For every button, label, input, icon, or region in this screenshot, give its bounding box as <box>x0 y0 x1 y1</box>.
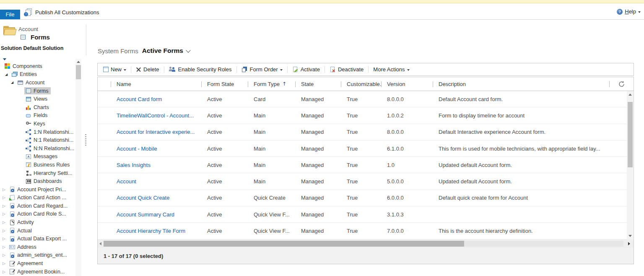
tree-item-actual-data-export[interactable]: ▷Actual Data Export ... <box>0 234 75 243</box>
expand-arrow-icon[interactable]: ◢ <box>5 73 10 76</box>
form-link[interactable]: Account - Mobile <box>117 146 157 152</box>
activate-button[interactable]: Activate <box>288 63 324 76</box>
publish-all-customizations-button[interactable]: ↑ Publish All Customizations <box>24 7 99 18</box>
table-row[interactable]: Account Summary Card Active Quick View F… <box>98 206 627 223</box>
tree-item-components[interactable]: Components <box>0 62 75 70</box>
more-actions-button[interactable]: More Actions <box>369 63 413 76</box>
tree-item-agreement[interactable]: ▷Agreement <box>0 259 75 268</box>
chevron-down-icon[interactable] <box>186 48 190 52</box>
table-row[interactable]: Sales Insights Active Main Managed True … <box>98 157 627 173</box>
vertical-scrollbar-thumb[interactable] <box>628 102 633 167</box>
tree-item-fields[interactable]: Fields <box>0 112 75 120</box>
delete-x-icon <box>136 67 141 72</box>
view-selector[interactable]: Active Forms <box>142 47 183 55</box>
tree-item-actual[interactable]: ▷Actual <box>0 227 75 235</box>
tree-item-hierarchy-settings[interactable]: Hierarchy Setti... <box>0 169 75 177</box>
tree-item-account[interactable]: ◢Account <box>0 78 75 87</box>
help-menu[interactable]: ? Help <box>617 8 641 15</box>
collapse-arrow-icon[interactable]: ▷ <box>3 204 8 208</box>
tree-item-views[interactable]: Views <box>0 95 75 103</box>
table-row[interactable]: TimelineWallControl - Account... Active … <box>98 107 627 124</box>
collapse-arrow-icon[interactable]: ▷ <box>3 261 8 266</box>
expand-arrow-icon[interactable]: ◢ <box>11 81 16 84</box>
tree-item-action-card-regard[interactable]: ▷Action Card Regard... <box>0 202 75 210</box>
table-row[interactable]: Account for Interactive experie... Activ… <box>98 124 627 141</box>
collapse-arrow-icon[interactable]: ▷ <box>3 229 8 233</box>
collapse-arrow-icon[interactable]: ▷ <box>3 220 8 224</box>
collapse-arrow-icon[interactable]: ▷ <box>3 187 8 192</box>
cell-form-type: Quick Create <box>248 195 295 201</box>
form-link[interactable]: Account <box>117 178 136 185</box>
column-header-customizable[interactable]: Customizable... <box>341 81 381 87</box>
refresh-button[interactable] <box>609 77 634 91</box>
collapse-arrow-icon[interactable]: ▷ <box>3 270 8 274</box>
column-header-state[interactable]: State <box>295 81 341 87</box>
grid-horizontal-scrollbar[interactable] <box>98 240 634 248</box>
table-row[interactable]: Account Hierarchy Tile Form Active Quick… <box>98 223 627 239</box>
chevron-down-icon <box>280 69 283 71</box>
scroll-up-arrow-icon[interactable] <box>628 94 632 96</box>
form-link[interactable]: Account for Interactive experie... <box>117 129 195 135</box>
tree-item-n1-relationships[interactable]: N:1 Relationshi... <box>0 136 75 144</box>
panel-splitter-grip[interactable] <box>85 134 86 146</box>
collapse-arrow-icon[interactable]: ▷ <box>3 237 8 241</box>
column-header-version[interactable]: Version <box>381 81 433 87</box>
scroll-up-arrow-icon[interactable] <box>77 61 80 63</box>
tree-item-forms[interactable]: Forms <box>0 87 75 95</box>
form-link[interactable]: Account Summary Card <box>117 211 174 218</box>
grid-vertical-scrollbar[interactable] <box>627 91 633 240</box>
column-header-form-state[interactable]: Form State <box>201 81 248 87</box>
form-order-button[interactable]: Form Order <box>238 63 286 76</box>
tree-item-action-card-role[interactable]: ▷Action Card Role S... <box>0 210 75 219</box>
new-button[interactable]: New <box>99 63 130 76</box>
tree-item-entities[interactable]: ◢Entities <box>0 70 75 79</box>
cell-form-type: Main <box>248 112 295 119</box>
form-link[interactable]: TimelineWallControl - Account... <box>117 112 194 119</box>
file-tab[interactable]: File <box>0 10 20 19</box>
tree-item-activity[interactable]: ▷Activity <box>0 218 75 227</box>
column-header-name[interactable]: Name <box>111 81 201 87</box>
collapse-arrow-icon[interactable]: ▷ <box>3 195 8 200</box>
horizontal-scrollbar-track[interactable] <box>464 241 623 247</box>
table-row[interactable]: Account Active Main Managed True 5.0.0.0… <box>98 173 627 190</box>
form-link[interactable]: Sales Insights <box>117 162 151 168</box>
tree-item-keys[interactable]: Keys <box>0 120 75 128</box>
table-row[interactable]: Account Quick Create Active Quick Create… <box>98 190 627 206</box>
deactivate-button[interactable]: Deactivate <box>326 63 367 76</box>
enable-security-roles-button[interactable]: Enable Security Roles <box>165 63 236 76</box>
cell-form-state: Active <box>201 228 248 234</box>
form-link[interactable]: Account Card form <box>117 96 162 102</box>
tree-item-nn-relationships[interactable]: N:N Relationshi... <box>0 144 75 153</box>
tree-item-action-card-action[interactable]: ▷Action Card Action ... <box>0 194 75 202</box>
collapse-arrow-icon[interactable]: ▷ <box>3 253 8 257</box>
solution-dropdown-icon[interactable] <box>3 58 6 60</box>
table-row[interactable]: Account Card form Active Card Managed Tr… <box>98 91 627 107</box>
column-header-form-type[interactable]: Form Type↑ <box>248 81 295 87</box>
scroll-down-arrow-icon[interactable] <box>628 235 632 237</box>
toolbar-separator <box>236 66 237 73</box>
collapse-arrow-icon[interactable]: ▷ <box>3 245 8 249</box>
scroll-right-arrow-icon[interactable] <box>628 242 630 245</box>
tree-item-admin-settings[interactable]: ▷admin_settings_ent... <box>0 251 75 260</box>
tree-item-1n-relationships[interactable]: 1:N Relationshi... <box>0 128 75 136</box>
column-header-description[interactable]: Description <box>433 81 610 87</box>
tree-item-messages[interactable]: Messages <box>0 153 75 161</box>
tree-item-charts[interactable]: Charts <box>0 103 75 112</box>
tree-scrollbar[interactable] <box>75 59 81 276</box>
delete-button[interactable]: Delete <box>132 63 163 76</box>
tree-item-account-project-pri[interactable]: ▷Account Project Pri... <box>0 185 75 194</box>
collapse-arrow-icon[interactable]: ▷ <box>3 212 8 216</box>
tree-scrollbar-thumb[interactable] <box>76 65 81 79</box>
cell-state: Managed <box>295 112 341 119</box>
forms-grid: Name Form State Form Type↑ State Customi… <box>97 77 634 264</box>
scroll-left-arrow-icon[interactable] <box>99 242 101 245</box>
cell-state: Managed <box>295 96 341 102</box>
tree-item-business-rules[interactable]: Business Rules <box>0 161 75 169</box>
form-link[interactable]: Account Quick Create <box>117 195 169 201</box>
table-row[interactable]: Account - Mobile Active Main Managed Tru… <box>98 141 627 157</box>
form-link[interactable]: Account Hierarchy Tile Form <box>117 228 185 234</box>
tree-item-address[interactable]: ▷Address <box>0 243 75 251</box>
tree-item-agreement-booking[interactable]: ▷Agreement Bookin... <box>0 268 75 276</box>
horizontal-scrollbar-thumb[interactable] <box>104 241 464 247</box>
tree-item-dashboards[interactable]: Dashboards <box>0 177 75 185</box>
